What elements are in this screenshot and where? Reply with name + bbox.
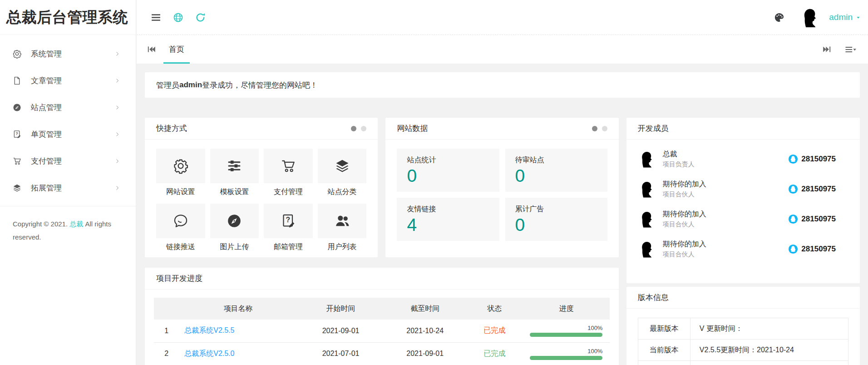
col-start-date: 开始时间 xyxy=(297,298,384,320)
stat-value: 0 xyxy=(515,166,597,186)
brand-link[interactable]: 总裁 xyxy=(69,220,83,228)
sidebar-item-label: 站点管理 xyxy=(31,102,114,113)
cart-icon xyxy=(12,156,22,166)
file-icon xyxy=(12,76,22,85)
carousel-dots xyxy=(351,126,366,131)
qq-contact[interactable]: 28150975 xyxy=(788,154,836,164)
chevron-right-icon xyxy=(114,105,120,110)
page-edit-icon xyxy=(12,130,22,139)
qq-icon xyxy=(788,244,798,254)
chat-smile-icon xyxy=(173,213,189,229)
user-dropdown[interactable]: admin xyxy=(829,12,861,22)
sidebar-item-page[interactable]: 单页管理 xyxy=(0,121,136,148)
gear-icon xyxy=(12,49,22,59)
language-button[interactable] xyxy=(173,12,184,23)
tabbar: 首页 xyxy=(137,35,868,64)
shortcut-payment[interactable]: 支付管理 xyxy=(264,149,313,204)
sidebar-item-label: 拓展管理 xyxy=(31,183,114,193)
sidebar-item-article[interactable]: 文章管理 xyxy=(0,67,136,94)
progress-bar: 100% xyxy=(530,348,602,360)
shortcut-mailbox[interactable]: 邮箱管理 xyxy=(264,204,313,257)
shortcut-link-push[interactable]: 链接推送 xyxy=(156,204,205,257)
tab-home[interactable]: 首页 xyxy=(161,35,192,64)
tabs-scroll-right-button[interactable] xyxy=(822,45,832,54)
cart-icon xyxy=(280,158,296,174)
member-avatar xyxy=(638,180,656,198)
version-row: 当前版本 V2.5.5更新时间：2021-10-24 xyxy=(638,340,848,361)
stat-card-pending-sites: 待审站点 0 xyxy=(505,149,607,192)
users-icon xyxy=(334,213,350,229)
member-avatar xyxy=(638,210,656,228)
layers-icon xyxy=(334,158,350,174)
sidebar: 总裁后台管理系统 系统管理 文章管理 站点管理 单页管理 支付管理 xyxy=(0,0,136,365)
menu-toggle-button[interactable] xyxy=(150,12,162,23)
chevron-right-icon xyxy=(114,51,120,57)
panel-title: 项目开发进度 xyxy=(156,273,202,284)
carousel-dot-active[interactable] xyxy=(351,126,356,131)
stat-card-ads: 累计广告 0 xyxy=(505,198,607,241)
shortcuts-panel: 快捷方式 网站设置 模板设置 xyxy=(145,118,378,257)
compass-icon xyxy=(12,103,22,112)
welcome-username: admin xyxy=(179,80,202,90)
end-date: 2021-09-01 xyxy=(384,342,466,365)
shortcut-site-category[interactable]: 站点分类 xyxy=(318,149,367,204)
topbar: admin xyxy=(137,0,868,35)
col-project-name: 项目名称 xyxy=(179,298,297,320)
row-index: 1 xyxy=(154,320,179,342)
shortcut-site-settings[interactable]: 网站设置 xyxy=(156,149,205,204)
welcome-banner: 管理员 admin 登录成功，尽情管理您的网站吧！ xyxy=(145,72,860,98)
chevron-right-icon xyxy=(114,131,120,137)
sliders-icon xyxy=(226,158,242,174)
carousel-dot[interactable] xyxy=(602,126,607,131)
tabs-scroll-left-button[interactable] xyxy=(147,45,156,54)
compass-icon xyxy=(226,213,242,229)
refresh-button[interactable] xyxy=(195,12,206,23)
tabs-menu-button[interactable] xyxy=(844,45,857,55)
hamburger-icon xyxy=(150,12,162,23)
caret-down-icon xyxy=(856,15,861,20)
end-date: 2021-10-24 xyxy=(384,320,466,342)
globe-icon xyxy=(173,12,184,23)
team-member: 期待你的加入 项目合伙人 28150975 xyxy=(638,234,848,264)
project-link[interactable]: 总裁系统V2.5.0 xyxy=(184,350,234,357)
shortcut-image-upload[interactable]: 图片上传 xyxy=(210,204,259,257)
qq-contact[interactable]: 28150975 xyxy=(788,244,836,254)
theme-button[interactable] xyxy=(774,12,785,23)
copyright: Copyright © 2021. 总裁 All rights reserved… xyxy=(0,206,136,244)
site-stats-panel: 网站数据 站点统计 0 待审站点 0 xyxy=(385,118,618,257)
panel-title: 开发成员 xyxy=(638,123,669,134)
col-end-date: 截至时间 xyxy=(384,298,466,320)
user-avatar[interactable] xyxy=(799,7,821,28)
project-progress-panel: 项目开发进度 项目名称 开始时间 截至时间 状态 进度 xyxy=(145,268,619,365)
sidebar-item-label: 单页管理 xyxy=(31,129,114,140)
shortcut-template-settings[interactable]: 模板设置 xyxy=(210,149,259,204)
sidebar-item-site[interactable]: 站点管理 xyxy=(0,94,136,121)
username: admin xyxy=(829,12,853,22)
sidebar-menu: 系统管理 文章管理 站点管理 单页管理 支付管理 拓展管理 xyxy=(0,35,136,201)
carousel-dot-active[interactable] xyxy=(592,126,597,131)
sidebar-item-system[interactable]: 系统管理 xyxy=(0,40,136,67)
project-link[interactable]: 总裁系统V2.5.5 xyxy=(184,326,234,334)
stat-value: 0 xyxy=(407,166,489,186)
qq-contact[interactable]: 28150975 xyxy=(788,184,836,194)
panel-title: 网站数据 xyxy=(397,123,428,134)
chevron-right-icon xyxy=(114,78,120,84)
stat-card-friend-links: 友情链接 4 xyxy=(397,198,499,241)
stat-card-sites: 站点统计 0 xyxy=(397,149,499,192)
col-progress: 进度 xyxy=(523,298,610,320)
progress-percent: 100% xyxy=(530,348,602,355)
shortcut-user-list[interactable]: 用户列表 xyxy=(318,204,367,257)
progress-bar: 100% xyxy=(530,325,602,337)
qq-contact[interactable]: 28150975 xyxy=(788,214,836,224)
sidebar-item-extension[interactable]: 拓展管理 xyxy=(0,175,136,201)
panel-title: 快捷方式 xyxy=(156,123,187,134)
refresh-icon xyxy=(195,12,206,23)
sidebar-item-payment[interactable]: 支付管理 xyxy=(0,148,136,175)
chevron-right-icon xyxy=(114,185,120,191)
member-avatar xyxy=(638,150,656,168)
carousel-dot[interactable] xyxy=(361,126,366,131)
table-row: 2 总裁系统V2.5.0 2021-07-01 2021-09-01 已完成 1… xyxy=(154,342,610,365)
qq-icon xyxy=(788,154,798,164)
panel-title: 版本信息 xyxy=(638,292,669,303)
app-logo: 总裁后台管理系统 xyxy=(0,0,136,35)
